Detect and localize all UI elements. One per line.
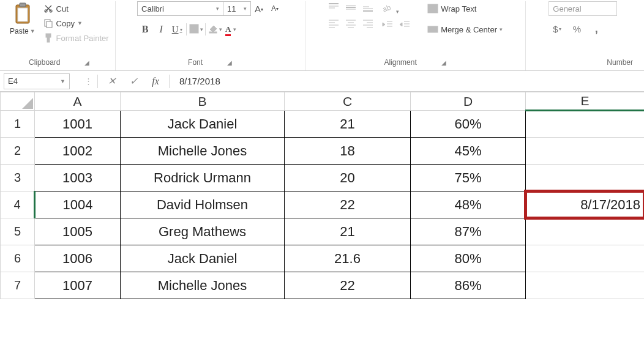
col-header-C[interactable]: C: [285, 92, 411, 111]
borders-icon: [189, 24, 199, 35]
orientation-button[interactable]: ab▾: [381, 2, 400, 13]
cell-D2[interactable]: 45%: [411, 138, 526, 165]
cell-B5[interactable]: Greg Mathews: [121, 218, 285, 245]
row-header-7[interactable]: 7: [1, 272, 35, 299]
cell-E7[interactable]: [526, 272, 645, 299]
cell-D5[interactable]: 87%: [411, 218, 526, 245]
increase-font-button[interactable]: A▴: [251, 1, 267, 16]
cell-A6[interactable]: 1006: [35, 245, 121, 272]
row-header-4[interactable]: 4: [1, 191, 35, 218]
cell-B3[interactable]: Rodrick Urmann: [121, 165, 285, 191]
dropdown-icon: ▼: [60, 78, 66, 84]
underline-button[interactable]: U▾: [169, 22, 185, 37]
cell-D1[interactable]: 60%: [411, 111, 526, 138]
row-header-6[interactable]: 6: [1, 245, 35, 272]
cell-C1[interactable]: 21: [285, 111, 411, 138]
cell-B6[interactable]: Jack Daniel: [121, 245, 285, 272]
group-clipboard-label: Clipboard: [29, 58, 60, 67]
group-number: General $▾ % , Number: [526, 1, 640, 70]
cell-D3[interactable]: 75%: [411, 165, 526, 191]
cell-A5[interactable]: 1005: [35, 218, 121, 245]
font-size-select[interactable]: 11 ▾: [223, 2, 250, 15]
row-header-2[interactable]: 2: [1, 138, 35, 165]
cell-A1[interactable]: 1001: [35, 111, 121, 138]
cell-E4[interactable]: 8/17/2018: [526, 191, 645, 218]
cancel-button[interactable]: ✕: [103, 73, 120, 89]
cell-B4[interactable]: David Holmsen: [121, 191, 285, 218]
col-header-B[interactable]: B: [121, 92, 285, 111]
cell-D6[interactable]: 80%: [411, 245, 526, 272]
cell-A7[interactable]: 1007: [35, 272, 121, 299]
decrease-indent-button[interactable]: [381, 20, 395, 31]
align-right-button[interactable]: [362, 18, 375, 29]
cell-B7[interactable]: Michelle Jones: [121, 272, 285, 299]
cell-D7[interactable]: 86%: [411, 272, 526, 299]
cell-C5[interactable]: 21: [285, 218, 411, 245]
number-format-select[interactable]: General: [549, 1, 617, 16]
font-launcher-icon[interactable]: ◢: [227, 59, 232, 66]
align-left-button[interactable]: [328, 18, 341, 29]
row-header-5[interactable]: 5: [1, 218, 35, 245]
font-name-select[interactable]: Calibri ▾: [138, 2, 223, 15]
select-all-corner[interactable]: [1, 92, 35, 111]
cell-E5[interactable]: [526, 218, 645, 245]
accounting-format-button[interactable]: $▾: [549, 22, 566, 35]
row-header-1[interactable]: 1: [1, 111, 35, 138]
align-center-button[interactable]: [345, 18, 358, 29]
cell-C4[interactable]: 22: [285, 191, 411, 218]
increase-indent-button[interactable]: [399, 20, 412, 31]
cell-A2[interactable]: 1002: [35, 138, 121, 165]
cell-B2[interactable]: Michelle Jones: [121, 138, 285, 165]
cut-button[interactable]: Cut: [40, 1, 111, 16]
copy-button[interactable]: Copy ▼: [40, 16, 111, 31]
col-header-A[interactable]: A: [35, 92, 121, 111]
paste-label: Paste: [10, 27, 29, 35]
align-bottom-button[interactable]: [362, 2, 375, 13]
formula-input[interactable]: [174, 73, 640, 89]
cell-E1[interactable]: [526, 111, 645, 138]
col-header-D[interactable]: D: [411, 92, 526, 111]
paste-button[interactable]: Paste▼: [7, 1, 38, 37]
cell-A4[interactable]: 1004: [35, 191, 121, 218]
clipboard-icon: [13, 2, 32, 26]
row-header-3[interactable]: 3: [1, 165, 35, 191]
merge-center-button[interactable]: Merge & Center ▾: [425, 22, 505, 37]
group-clipboard: Paste▼ Cut Copy ▼: [4, 1, 116, 70]
svg-rect-1: [18, 8, 28, 21]
borders-button[interactable]: ▾: [188, 22, 204, 37]
bold-button[interactable]: B: [137, 22, 153, 37]
alignment-launcher-icon[interactable]: ◢: [441, 59, 446, 66]
enter-button[interactable]: ✓: [125, 73, 142, 89]
font-name-value: Calibri: [141, 4, 164, 13]
name-box[interactable]: E4 ▼: [4, 73, 70, 89]
wrap-text-button[interactable]: Wrap Text: [425, 1, 505, 16]
comma-format-button[interactable]: ,: [588, 22, 605, 35]
cell-E3[interactable]: [526, 165, 645, 191]
merge-center-label: Merge & Center: [441, 25, 497, 34]
cell-C2[interactable]: 18: [285, 138, 411, 165]
cell-C3[interactable]: 20: [285, 165, 411, 191]
cell-E6[interactable]: [526, 245, 645, 272]
percent-format-button[interactable]: %: [568, 22, 585, 35]
svg-rect-2: [20, 3, 26, 7]
cell-C7[interactable]: 22: [285, 272, 411, 299]
font-size-value: 11: [227, 4, 236, 13]
col-header-E[interactable]: E: [526, 92, 645, 111]
group-alignment-label: Alignment: [384, 58, 416, 67]
format-painter-button[interactable]: Format Painter: [40, 31, 111, 45]
cell-D4[interactable]: 48%: [411, 191, 526, 218]
align-top-button[interactable]: [328, 2, 341, 13]
decrease-font-button[interactable]: A▾: [267, 1, 283, 16]
font-color-button[interactable]: A ▾: [223, 22, 239, 37]
align-middle-button[interactable]: [345, 2, 358, 13]
fill-color-button[interactable]: ▾: [207, 22, 223, 37]
spreadsheet-grid: A B C D E 11001Jack Daniel2160%21002Mich…: [0, 92, 644, 299]
cell-E2[interactable]: [526, 138, 645, 165]
cell-C6[interactable]: 21.6: [285, 245, 411, 272]
cell-B1[interactable]: Jack Daniel: [121, 111, 285, 138]
italic-button[interactable]: I: [153, 22, 169, 37]
svg-rect-8: [47, 37, 50, 42]
insert-function-button[interactable]: fx: [147, 73, 164, 89]
cell-A3[interactable]: 1003: [35, 165, 121, 191]
clipboard-launcher-icon[interactable]: ◢: [84, 59, 89, 66]
